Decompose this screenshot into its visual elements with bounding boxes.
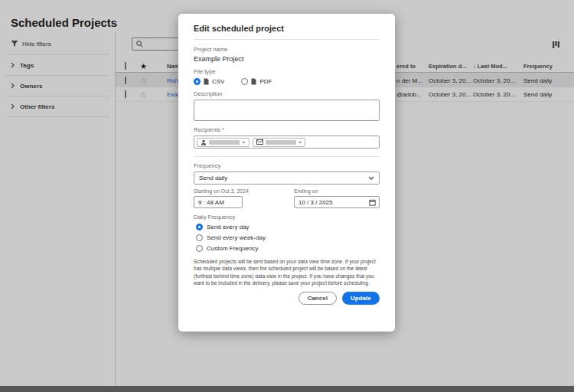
radio-selected-icon [194, 78, 201, 85]
divider [194, 39, 380, 40]
recipients-label: Recipients * [194, 126, 380, 133]
file-type-option-label: CSV [212, 78, 224, 85]
daily-option-send-every-day[interactable]: Send every day [196, 224, 380, 230]
file-type-label: File type [194, 68, 380, 75]
daily-option-label: Custom Frequency [207, 245, 259, 252]
divider [194, 156, 380, 157]
description-label: Description [194, 90, 380, 97]
daily-frequency-radio-group: Send every day Send every week-day Custo… [194, 224, 380, 252]
end-date-value: 10 / 3 / 2025 [298, 199, 332, 206]
starting-on-label: Starting on Oct 3, 2024 [194, 188, 294, 194]
frequency-selected-value: Send daily [199, 175, 227, 181]
end-date-input[interactable]: 10 / 3 / 2025 [294, 196, 380, 208]
dialog-actions: Cancel Update [194, 292, 380, 305]
frequency-label: Frequency [194, 162, 380, 169]
start-time-input[interactable]: 9 : 48 AM [194, 196, 243, 208]
ending-on-label: Ending on [294, 188, 380, 194]
radio-unselected-icon [196, 245, 203, 252]
edit-scheduled-project-dialog: Edit scheduled project Project name Exam… [178, 14, 395, 332]
recipients-field[interactable]: × × [194, 136, 380, 149]
person-icon [201, 139, 207, 145]
recipient-pill-user[interactable]: × [197, 138, 249, 147]
daily-option-label: Send every day [207, 224, 249, 230]
cancel-button[interactable]: Cancel [298, 292, 337, 305]
radio-unselected-icon [241, 78, 248, 85]
file-type-radio-group: CSV PDF [194, 78, 380, 85]
daily-frequency-label: Daily Frequency [194, 214, 380, 220]
file-type-option-csv[interactable]: CSV [194, 78, 224, 85]
radio-selected-icon [196, 224, 203, 230]
file-type-option-label: PDF [259, 78, 272, 85]
start-time-value: 9 : 48 AM [198, 199, 224, 206]
daily-option-send-every-week-day[interactable]: Send every week-day [196, 234, 380, 241]
timezone-note: Scheduled projects will be sent based on… [194, 258, 380, 286]
update-button[interactable]: Update [342, 292, 380, 305]
remove-recipient-icon[interactable]: × [298, 139, 302, 145]
radio-unselected-icon [196, 234, 203, 241]
recipient-pill-email[interactable]: × [253, 138, 306, 147]
document-icon [204, 78, 209, 85]
envelope-icon [256, 139, 263, 145]
remove-recipient-icon[interactable]: × [242, 139, 246, 145]
schedule-range-row: Starting on Oct 3, 2024 9 : 48 AM Ending… [194, 188, 380, 208]
project-name-value: Example Project [194, 55, 380, 63]
daily-option-label: Send every week-day [207, 234, 266, 241]
project-name-label: Project name [194, 46, 380, 53]
daily-option-custom-frequency[interactable]: Custom Frequency [196, 245, 380, 252]
dialog-title: Edit scheduled project [194, 24, 380, 33]
file-type-option-pdf[interactable]: PDF [241, 78, 272, 85]
frequency-select[interactable]: Send daily [194, 172, 380, 185]
redacted-recipient-name [209, 140, 240, 145]
calendar-icon[interactable] [369, 199, 376, 206]
description-textarea[interactable] [194, 100, 380, 121]
redacted-recipient-email [266, 140, 296, 145]
document-icon [251, 78, 256, 85]
chevron-down-icon [368, 176, 374, 180]
